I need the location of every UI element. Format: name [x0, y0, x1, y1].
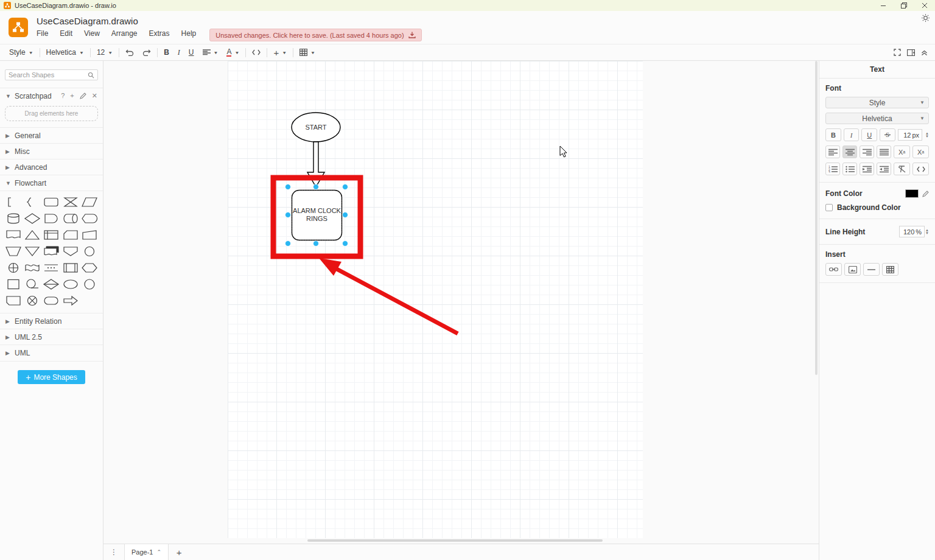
- shape-delay[interactable]: [43, 212, 60, 225]
- font-family-dropdown[interactable]: Helvetica▼: [42, 47, 88, 58]
- edit-html-button[interactable]: [912, 163, 929, 175]
- font-color-dropdown[interactable]: A▼: [222, 47, 243, 58]
- bold-toggle[interactable]: B: [825, 128, 841, 141]
- shape-or-circle[interactable]: [81, 245, 98, 257]
- insert-link-button[interactable]: [825, 263, 842, 276]
- bullet-list-button[interactable]: [842, 163, 857, 175]
- selection-handle-1[interactable]: [313, 184, 319, 190]
- diagram-canvas[interactable]: START ALARM CLOCK RINGS: [103, 61, 819, 544]
- shape-brace-open[interactable]: [24, 196, 41, 208]
- shape-process[interactable]: [5, 278, 22, 290]
- shape-manual-input[interactable]: [5, 245, 22, 257]
- menu-view[interactable]: View: [84, 29, 100, 38]
- shape-parallelogram[interactable]: [81, 196, 98, 208]
- style-dropdown[interactable]: Style▼: [5, 47, 38, 58]
- shape-or-junction[interactable]: [24, 295, 41, 307]
- shape-database[interactable]: [5, 212, 22, 225]
- shape-document[interactable]: [5, 229, 22, 241]
- scratchpad-add-icon[interactable]: +: [70, 92, 74, 100]
- align-center-button[interactable]: [842, 145, 857, 158]
- more-shapes-button[interactable]: +More Shapes: [18, 370, 85, 384]
- align-left-button[interactable]: [825, 145, 840, 158]
- format-panel-toggle-icon[interactable]: [907, 49, 915, 56]
- line-height-stepper[interactable]: ▲▼: [925, 229, 929, 235]
- shape-merge[interactable]: [24, 245, 41, 257]
- scratchpad-help-icon[interactable]: ?: [61, 92, 65, 100]
- shape-transfer-arrow[interactable]: [62, 295, 79, 307]
- indent-decrease-button[interactable]: [877, 163, 891, 175]
- insert-image-button[interactable]: [844, 263, 861, 276]
- bold-button[interactable]: B: [159, 47, 173, 58]
- vertical-scrollbar[interactable]: [815, 61, 818, 375]
- collapse-toolbar-icon[interactable]: [921, 49, 928, 56]
- section-uml[interactable]: ▶UML: [0, 345, 103, 360]
- shape-card[interactable]: [43, 196, 60, 208]
- selection-handle-2[interactable]: [343, 184, 348, 190]
- italic-toggle[interactable]: I: [844, 128, 860, 141]
- menu-help[interactable]: Help: [181, 29, 197, 38]
- tab-text[interactable]: Text: [819, 61, 935, 79]
- selection-handle-4[interactable]: [343, 212, 348, 218]
- add-page-button[interactable]: +: [169, 544, 189, 560]
- shape-direct-access-storage[interactable]: [62, 212, 79, 225]
- restore-button[interactable]: [894, 0, 914, 11]
- shape-stored-data-circle[interactable]: [81, 278, 98, 290]
- scratchpad-header[interactable]: ▼Scratchpad ? + ✕: [0, 88, 103, 103]
- menu-arrange[interactable]: Arrange: [111, 29, 138, 38]
- scratchpad-dropzone[interactable]: Drag elements here: [5, 106, 98, 121]
- shape-start-ellipse[interactable]: [62, 278, 79, 290]
- scratchpad-close-icon[interactable]: ✕: [92, 92, 97, 100]
- shape-internal-storage[interactable]: [43, 229, 60, 241]
- font-size-input[interactable]: 12px: [898, 129, 922, 141]
- menu-edit[interactable]: Edit: [60, 29, 72, 38]
- menu-file[interactable]: File: [37, 29, 48, 38]
- pages-menu-icon[interactable]: ⋮: [103, 544, 124, 560]
- font-size-dropdown[interactable]: 12▼: [93, 47, 117, 58]
- underline-toggle[interactable]: U: [861, 128, 877, 141]
- shape-decision[interactable]: [24, 212, 41, 225]
- undo-icon[interactable]: [121, 47, 138, 57]
- ordered-list-button[interactable]: 123: [825, 163, 840, 175]
- shape-predefined-process[interactable]: [62, 262, 79, 274]
- shape-manual-operation[interactable]: [81, 229, 98, 241]
- unsaved-changes-banner[interactable]: Unsaved changes. Click here to save. (La…: [209, 29, 421, 41]
- subscript-button[interactable]: Xa: [894, 145, 910, 158]
- section-advanced[interactable]: ▶Advanced: [0, 159, 103, 175]
- shape-multi-document[interactable]: [43, 245, 60, 257]
- table-dropdown[interactable]: ▼: [295, 47, 320, 57]
- shape-terminator[interactable]: [43, 295, 60, 307]
- minimize-button[interactable]: [873, 0, 894, 11]
- font-size-stepper[interactable]: ▲▼: [925, 132, 929, 138]
- theme-toggle-icon[interactable]: [921, 13, 930, 23]
- shape-summing-junction[interactable]: [5, 262, 22, 274]
- page-tab-1[interactable]: Page-1⌃: [124, 544, 169, 560]
- search-shapes-input[interactable]: Search Shapes: [5, 69, 98, 80]
- font-name-dropdown[interactable]: Helvetica▼: [825, 113, 929, 124]
- shape-card-cut[interactable]: [62, 229, 79, 241]
- selection-handle-5[interactable]: [285, 241, 291, 247]
- shape-extract[interactable]: [24, 229, 41, 241]
- fullscreen-icon[interactable]: [894, 49, 901, 56]
- selection-handle-3[interactable]: [285, 212, 291, 218]
- close-button[interactable]: [914, 0, 935, 11]
- underline-button[interactable]: U: [184, 47, 198, 58]
- section-entity-relation[interactable]: ▶Entity Relation: [0, 313, 103, 329]
- redo-icon[interactable]: [138, 47, 155, 57]
- shape-sort[interactable]: [43, 278, 60, 290]
- insert-table-button[interactable]: [882, 263, 898, 276]
- shape-loop-limit[interactable]: [5, 295, 22, 307]
- shape-parallel-mode[interactable]: [43, 262, 60, 274]
- superscript-button[interactable]: Xa: [912, 145, 929, 158]
- background-color-checkbox[interactable]: [825, 204, 833, 211]
- shape-paper-tape[interactable]: [24, 262, 41, 274]
- section-uml-2-5[interactable]: ▶UML 2.5: [0, 329, 103, 345]
- align-right-button[interactable]: [860, 145, 874, 158]
- section-general[interactable]: ▶General: [0, 127, 103, 143]
- insert-hrule-button[interactable]: [863, 263, 880, 276]
- selection-handle-6[interactable]: [313, 241, 319, 247]
- scratchpad-edit-icon[interactable]: [80, 92, 86, 100]
- indent-increase-button[interactable]: [860, 163, 874, 175]
- line-height-input[interactable]: 120%: [899, 226, 925, 237]
- shape-collate[interactable]: [62, 196, 79, 208]
- shape-bracket-open[interactable]: [5, 196, 22, 208]
